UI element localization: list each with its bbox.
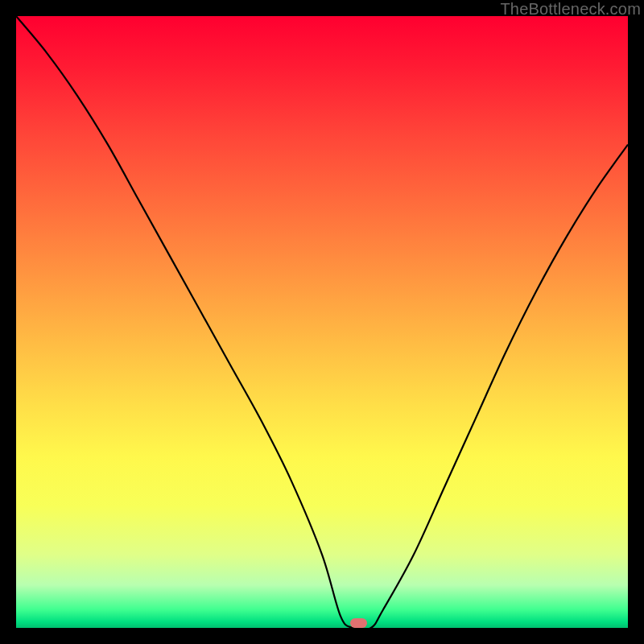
bottleneck-curve — [16, 16, 628, 628]
plot-background — [16, 16, 628, 628]
optimum-marker — [350, 618, 367, 628]
watermark-text: TheBottleneck.com — [500, 0, 641, 19]
chart-frame: TheBottleneck.com — [0, 0, 644, 644]
curve-path — [16, 16, 628, 628]
